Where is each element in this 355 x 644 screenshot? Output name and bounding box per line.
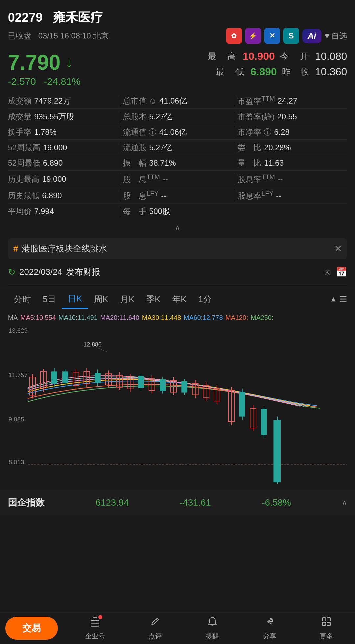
svg-rect-50 xyxy=(261,409,267,435)
close-icon[interactable]: ✕ xyxy=(334,243,342,254)
nav-item-comment[interactable]: 点评 xyxy=(149,616,162,641)
stats-row-6: 历史最高 19.000 股 息TTM -- 股息率TTM -- xyxy=(8,171,347,187)
trade-button[interactable]: 交易 xyxy=(5,617,58,640)
stat-52w-low: 52周最低 6.890 xyxy=(8,158,117,168)
stat-vol-ratio: 量 比 11.63 xyxy=(238,158,347,168)
svg-rect-28 xyxy=(138,376,144,388)
heart-icon: ♥ xyxy=(325,31,329,40)
icon-s[interactable]: S xyxy=(283,28,299,44)
ma10-label: MA10:11.491 xyxy=(59,314,98,322)
tab-1min[interactable]: 1分 xyxy=(192,290,217,308)
enterprise-icon xyxy=(89,616,101,631)
stock-code: 02279 xyxy=(8,11,43,24)
ma-label: MA xyxy=(8,314,18,322)
nav-dot xyxy=(98,615,102,619)
stat-float-shares: 流通股 5.27亿 xyxy=(123,142,232,153)
calendar-icon[interactable]: 📅 xyxy=(336,267,347,277)
change-pct: -24.81% xyxy=(44,76,81,87)
tab-5day[interactable]: 5日 xyxy=(37,290,62,308)
stat-volume-amount: 成交额 7479.22万 xyxy=(8,95,117,107)
chart-area: 13.629 11.757 9.885 8.013 12.880 xyxy=(0,323,355,487)
nav-item-enterprise[interactable]: 企业号 xyxy=(85,616,105,641)
ma-legend: MA MA5:10.554 MA10:11.491 MA20:11.640 MA… xyxy=(0,311,355,323)
stock-name: 雍禾医疗 xyxy=(53,11,103,24)
index-expand-arrow[interactable]: ∧ xyxy=(342,498,347,507)
market-status: 已收盘 xyxy=(8,31,32,40)
tab-fenshi[interactable]: 分时 xyxy=(8,290,37,308)
wishlist-button[interactable]: ♥ 自选 xyxy=(325,31,347,41)
report-date: 2022/03/24 xyxy=(19,267,62,277)
stats-row-3: 换手率 1.78% 流通值 ⓘ 41.06亿 市净率 ⓘ 6.28 xyxy=(8,125,347,140)
svg-rect-60 xyxy=(322,622,326,626)
svg-rect-20 xyxy=(95,373,101,383)
svg-rect-59 xyxy=(327,618,330,621)
chart-settings-icon[interactable]: ☰ xyxy=(340,294,347,304)
open-label: 今 开 xyxy=(280,51,310,62)
nav-item-share[interactable]: 分享 xyxy=(263,616,276,641)
market-datetime: 03/15 16:08:10 北京 xyxy=(38,31,109,40)
share-report-icon[interactable]: ⎋ xyxy=(325,267,330,277)
stats-row-2: 成交量 935.55万股 总股本 5.27亿 市盈率(静) 20.55 xyxy=(8,109,347,124)
nav-share-label: 分享 xyxy=(263,632,276,641)
tab-monthk[interactable]: 月K xyxy=(114,290,140,308)
news-text: 港股医疗板块全线跳水 xyxy=(22,243,107,254)
stat-volume-shares: 成交量 935.55万股 xyxy=(8,111,117,122)
stock-subtitle-row: 已收盘 03/15 16:08:10 北京 ✿ ⚡ ✕ S Ai ♥ 自选 xyxy=(8,28,347,44)
prev-label: 昨 收 xyxy=(282,66,310,78)
report-left: ↻ 2022/03/24 发布财报 xyxy=(8,266,100,278)
bottom-nav: 交易 企业号 点评 xyxy=(0,612,355,644)
stat-lot-size: 每 手 500股 xyxy=(123,206,232,217)
nav-enterprise-label: 企业号 xyxy=(85,632,105,641)
nav-item-alert[interactable]: 提醒 xyxy=(206,616,219,641)
ma5-label: MA5:10.554 xyxy=(20,314,56,322)
stats-grid: 成交额 7479.22万 总市值 ☺ 41.06亿 市盈率TTM 24.27 成… xyxy=(0,91,355,221)
index-row: 国企指数 6123.94 -431.61 -6.58% ∧ xyxy=(0,490,355,515)
svg-rect-54 xyxy=(93,618,97,620)
refresh-icon: ↻ xyxy=(8,267,15,277)
nav-alert-label: 提醒 xyxy=(206,632,219,641)
stat-div-yield-lfy: 股息率LFY -- xyxy=(238,190,347,201)
bell-icon xyxy=(206,616,218,631)
svg-rect-12 xyxy=(51,371,57,384)
price-section: 7.790 ↓ -2.570 -24.81% 最 高 10.900 今 开 10… xyxy=(0,46,355,91)
svg-rect-58 xyxy=(322,618,326,621)
stat-pe-ttm: 市盈率TTM 24.27 xyxy=(238,95,347,107)
ai-badge[interactable]: Ai xyxy=(302,29,321,43)
svg-text:13.629: 13.629 xyxy=(9,327,28,334)
stat-hist-high: 历史最高 19.000 xyxy=(8,173,117,185)
stats-row-5: 52周最低 6.890 振 幅 38.71% 量 比 11.63 xyxy=(8,156,347,171)
low-value: 6.890 xyxy=(250,66,277,78)
icon-x[interactable]: ✕ xyxy=(264,28,280,44)
stat-avg-price: 平均价 7.994 xyxy=(8,206,117,217)
svg-text:8.013: 8.013 xyxy=(9,459,24,465)
separator xyxy=(8,285,347,285)
icon-flowers[interactable]: ✿ xyxy=(226,28,242,44)
svg-rect-36 xyxy=(181,381,187,393)
stat-div-ttm: 股 息TTM -- xyxy=(123,173,232,185)
stock-title: 02279 雍禾医疗 xyxy=(8,9,347,26)
news-banner[interactable]: # 港股医疗板块全线跳水 ✕ xyxy=(8,238,347,259)
index-name: 国企指数 xyxy=(8,496,45,509)
stat-float-cap: 流通值 ⓘ 41.06亿 xyxy=(123,127,232,137)
wishlist-label: 自选 xyxy=(331,31,347,41)
tab-dayk[interactable]: 日K xyxy=(62,290,88,309)
tab-weekk[interactable]: 周K xyxy=(88,290,114,308)
nav-item-more[interactable]: 更多 xyxy=(320,616,333,641)
stat-bid-ratio: 委 比 20.28% xyxy=(238,142,347,153)
icon-lightning[interactable]: ⚡ xyxy=(245,28,261,44)
news-content: # 港股医疗板块全线跳水 xyxy=(13,243,107,254)
svg-rect-14 xyxy=(62,371,68,383)
stat-hist-low: 历史最低 6.890 xyxy=(8,190,117,201)
market-status-row: 已收盘 03/15 16:08:10 北京 xyxy=(8,31,109,41)
tab-yeark[interactable]: 年K xyxy=(166,290,192,308)
ma20-label: MA20:11.640 xyxy=(100,314,139,322)
nav-comment-label: 点评 xyxy=(149,632,162,641)
price-arrow: ↓ xyxy=(66,55,72,70)
more-tabs-arrow[interactable]: ▲ xyxy=(330,295,337,303)
stats-row-8: 平均价 7.994 每 手 500股 xyxy=(8,204,347,219)
nav-more-label: 更多 xyxy=(320,632,333,641)
collapse-arrow[interactable]: ∧ xyxy=(0,221,355,234)
share-icon xyxy=(264,616,275,631)
high-label: 最 高 xyxy=(208,51,237,62)
tab-seasonk[interactable]: 季K xyxy=(140,290,166,308)
